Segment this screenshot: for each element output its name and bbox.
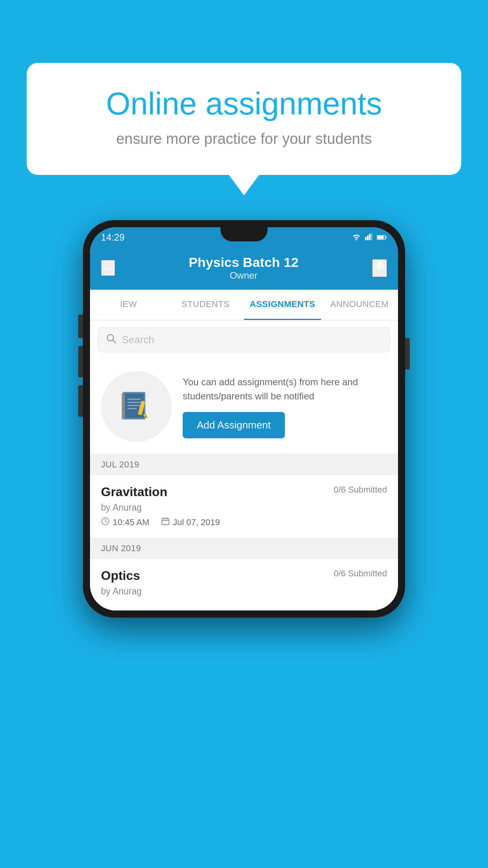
assignment-top: Gravitation 0/6 Submitted xyxy=(101,485,387,499)
phone-volume-down xyxy=(78,385,83,417)
svg-rect-1 xyxy=(365,237,367,240)
status-icons xyxy=(352,233,387,242)
phone-outer: 14:29 xyxy=(83,220,405,618)
svg-marker-20 xyxy=(145,413,148,418)
assignment-submitted: 0/6 Submitted xyxy=(334,485,387,495)
wifi-icon xyxy=(352,233,361,242)
svg-rect-2 xyxy=(367,235,369,240)
calendar-icon xyxy=(161,517,170,528)
promo-icon xyxy=(101,371,172,442)
assignment-top-optics: Optics 0/6 Submitted xyxy=(101,568,387,583)
svg-rect-16 xyxy=(127,408,137,409)
svg-point-0 xyxy=(356,239,357,240)
speech-bubble: Online assignments ensure more practice … xyxy=(27,63,461,175)
promo-content: You can add assignment(s) from here and … xyxy=(183,375,387,438)
optics-name: Optics xyxy=(101,568,140,583)
promo-section: You can add assignment(s) from here and … xyxy=(90,359,398,454)
tab-assignments[interactable]: ASSIGNMENTS xyxy=(244,290,321,320)
status-time: 14:29 xyxy=(101,232,125,243)
svg-rect-24 xyxy=(162,519,169,525)
optics-author: by Anurag xyxy=(101,586,387,597)
search-bar[interactable]: Search xyxy=(98,327,390,352)
phone-power-button xyxy=(405,338,410,370)
phone-volume-mute xyxy=(78,314,83,338)
svg-rect-14 xyxy=(127,402,141,403)
clock-icon xyxy=(101,517,110,528)
phone-volume-up xyxy=(78,346,83,377)
svg-rect-4 xyxy=(371,233,372,240)
svg-rect-6 xyxy=(385,237,387,238)
assignment-item-gravitation[interactable]: Gravitation 0/6 Submitted by Anurag xyxy=(90,475,398,538)
assignment-time: 10:45 AM xyxy=(101,517,149,528)
search-placeholder: Search xyxy=(122,334,154,346)
assignment-name: Gravitation xyxy=(101,485,167,499)
tab-students[interactable]: STUDENTS xyxy=(167,290,244,320)
time-value: 10:45 AM xyxy=(113,517,149,528)
bubble-subtitle: ensure more practice for your students xyxy=(54,131,434,147)
phone-device: 14:29 xyxy=(83,220,405,618)
assignment-date: Jul 07, 2019 xyxy=(161,517,220,528)
month-separator-jul: JUL 2019 xyxy=(90,454,398,475)
month-separator-jun: JUN 2019 xyxy=(90,538,398,559)
promo-text: You can add assignment(s) from here and … xyxy=(183,375,387,403)
app-header: ← Physics Batch 12 Owner xyxy=(90,248,398,290)
svg-line-23 xyxy=(105,521,107,522)
assignment-meta: 10:45 AM Jul 07, 2019 xyxy=(101,517,387,528)
battery-icon xyxy=(377,233,387,242)
svg-rect-7 xyxy=(378,236,384,239)
tab-iew[interactable]: IEW xyxy=(90,290,167,320)
tabs-container: IEW STUDENTS ASSIGNMENTS ANNOUNCEM xyxy=(90,290,398,320)
header-subtitle: Owner xyxy=(189,270,299,281)
assignment-author: by Anurag xyxy=(101,502,387,513)
svg-rect-15 xyxy=(127,405,141,406)
speech-bubble-container: Online assignments ensure more practice … xyxy=(27,63,461,175)
bubble-title: Online assignments xyxy=(54,86,434,121)
back-button[interactable]: ← xyxy=(101,260,115,276)
date-value: Jul 07, 2019 xyxy=(173,517,220,528)
add-assignment-button[interactable]: Add Assignment xyxy=(183,412,285,438)
assignment-item-optics[interactable]: Optics 0/6 Submitted by Anurag xyxy=(90,559,398,611)
header-center: Physics Batch 12 Owner xyxy=(189,255,299,281)
svg-rect-3 xyxy=(369,234,371,240)
svg-rect-13 xyxy=(127,399,141,400)
search-icon xyxy=(106,333,116,346)
optics-submitted: 0/6 Submitted xyxy=(334,568,387,579)
status-bar: 14:29 xyxy=(90,227,398,248)
svg-rect-17 xyxy=(122,393,125,419)
settings-button[interactable] xyxy=(372,259,387,277)
notch xyxy=(220,227,268,241)
phone-screen: 14:29 xyxy=(90,227,398,611)
tab-announcements[interactable]: ANNOUNCEM xyxy=(321,290,398,320)
svg-line-9 xyxy=(113,340,116,343)
signal-icon xyxy=(365,233,373,242)
header-title: Physics Batch 12 xyxy=(189,255,299,270)
search-container: Search xyxy=(90,320,398,359)
